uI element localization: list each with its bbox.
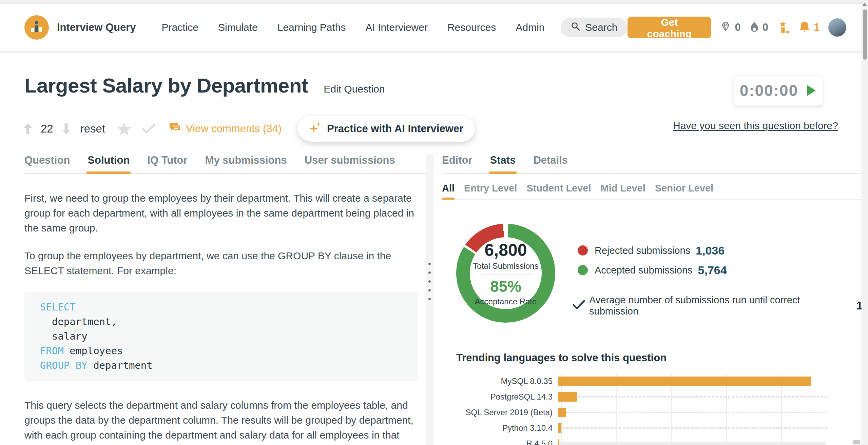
streak-count: 0 [763, 21, 768, 34]
chart-row-r: R 4.5.0 [442, 436, 829, 445]
acceptance-rate-value: 85% [490, 277, 521, 296]
scrollbar-up-arrow[interactable] [863, 3, 867, 6]
legend-accepted-row: Accepted submissions 5,764 [578, 263, 727, 278]
tab-stats[interactable]: Stats [490, 154, 516, 173]
tab-user-submissions[interactable]: User submissions [305, 154, 395, 173]
chart-row-postgresql: PostgreSQL 14.3 [442, 389, 829, 405]
page-scrollbar-thumb[interactable] [863, 9, 867, 60]
notifications-button[interactable]: 1 [799, 21, 819, 34]
nav-links: Practice Simulate Learning Paths AI Inte… [162, 22, 545, 33]
get-coaching-button[interactable]: Get coaching [628, 17, 711, 38]
total-submissions-value: 6,800 [484, 240, 527, 260]
chart-row-python: Python 3.10.4 [442, 420, 829, 436]
nav-item-learning-paths[interactable]: Learning Paths [277, 22, 346, 33]
sql-code-block[interactable]: SELECT department, salary FROM employees… [24, 292, 418, 381]
tab-question[interactable]: Question [24, 154, 70, 173]
seen-before-link[interactable]: Have you seen this question before? [673, 120, 838, 132]
sql-code-line: salary [40, 329, 402, 344]
chart-label: Python 3.10.4 [442, 423, 557, 433]
bell-icon [799, 21, 810, 34]
sql-code-text: employees [64, 345, 123, 357]
tab-iq-tutor[interactable]: IQ Tutor [147, 154, 187, 173]
practice-ai-label: Practice with AI Interviewer [327, 123, 463, 135]
gem-count: 0 [735, 21, 740, 34]
sql-code-line: department, [40, 315, 402, 329]
chart-row-mysql: MySQL 8.0.35 [442, 373, 829, 389]
donut-divider [480, 274, 531, 275]
navbar: Interview Query Practice Simulate Learni… [0, 4, 868, 51]
trend-bar[interactable] [558, 377, 811, 386]
practice-ai-interviewer-button[interactable]: Practice with AI Interviewer [298, 116, 475, 142]
total-submissions-label: Total Submissions [473, 261, 538, 271]
bookmark-star-button[interactable] [117, 122, 132, 136]
filter-mid-level[interactable]: Mid Level [601, 183, 645, 199]
page: Interview Query Practice Simulate Learni… [0, 0, 868, 445]
sql-keyword: SELECT [40, 301, 76, 313]
chart-label: SQL Server 2019 (Beta) [442, 408, 557, 417]
tab-editor[interactable]: Editor [442, 154, 472, 173]
question-toolbar: 22 reset View comments (34) [23, 115, 475, 142]
row-guide-dashed [558, 396, 827, 398]
interview-query-logo[interactable] [24, 15, 49, 40]
upvote-button[interactable] [23, 123, 33, 135]
filter-entry-level[interactable]: Entry Level [464, 183, 517, 199]
view-comments-label: View comments (34) [186, 123, 282, 135]
gems-indicator[interactable]: 0 [720, 21, 740, 34]
average-submissions-note: Average number of submissions run until … [573, 295, 863, 317]
edit-question-link[interactable]: Edit Question [324, 83, 385, 95]
drag-dot [428, 289, 431, 291]
filter-all[interactable]: All [442, 183, 455, 199]
rejected-label: Rejected submissions [595, 245, 690, 256]
downvote-button[interactable] [61, 123, 71, 135]
chart-label: PostgreSQL 14.3 [442, 392, 557, 402]
drag-dot [428, 271, 431, 274]
scrollbar-corner [853, 440, 860, 444]
trend-bar[interactable] [558, 439, 559, 445]
trend-bar[interactable] [558, 392, 577, 402]
drag-dot [428, 298, 431, 300]
solution-content: First, we need to group the employees by… [24, 174, 421, 445]
search-button[interactable]: Search [561, 18, 628, 37]
row-baseline [558, 442, 826, 445]
timer-play-button[interactable] [806, 84, 816, 97]
timer-card: 0:00:00 [733, 75, 823, 106]
row-guide-dashed [558, 412, 827, 413]
trending-languages-chart: MySQL 8.0.35 PostgreSQL 14.3 SQL Server … [442, 373, 829, 445]
timer-value: 0:00:00 [740, 81, 798, 100]
mark-done-check-button[interactable] [142, 124, 155, 134]
nav-item-ai-interviewer[interactable]: AI Interviewer [366, 22, 428, 33]
filter-senior-level[interactable]: Senior Level [655, 183, 713, 199]
accepted-dot-icon [578, 265, 588, 275]
podium-star-icon [777, 20, 790, 35]
sql-keyword: FROM [40, 345, 64, 357]
view-comments-link[interactable]: View comments (34) [169, 122, 282, 136]
panel-resize-handle[interactable] [426, 154, 433, 445]
tab-solution[interactable]: Solution [88, 154, 130, 173]
user-avatar[interactable] [828, 18, 846, 37]
gem-icon [720, 22, 731, 33]
accepted-value: 5,764 [698, 264, 727, 277]
donut-ring: 6,800 Total Submissions 85% Acceptance R… [456, 224, 555, 323]
nav-item-practice[interactable]: Practice [162, 22, 198, 33]
brand-name[interactable]: Interview Query [57, 21, 136, 34]
check-icon [573, 300, 585, 311]
reset-link[interactable]: reset [80, 122, 105, 135]
chart-label: R 4.5.0 [442, 439, 557, 445]
leaderboard-button[interactable] [777, 20, 790, 35]
streak-indicator[interactable]: 0 [750, 21, 768, 34]
nav-item-admin[interactable]: Admin [516, 22, 544, 33]
tab-details[interactable]: Details [533, 154, 568, 173]
solution-paragraph-2: To group the employees by department, we… [24, 248, 421, 278]
sql-code-text: department [88, 360, 153, 371]
nav-item-resources[interactable]: Resources [447, 22, 496, 33]
trend-bar[interactable] [558, 423, 561, 433]
filter-student-level[interactable]: Student Level [526, 183, 591, 199]
tab-my-submissions[interactable]: My submissions [205, 154, 287, 173]
sparkles-icon [309, 121, 322, 136]
trend-bar[interactable] [558, 408, 566, 417]
rejected-value: 1,036 [696, 244, 725, 257]
page-scrollbar-track[interactable] [862, 0, 868, 445]
header: Largest Salary by Department Edit Questi… [24, 74, 385, 97]
nav-item-simulate[interactable]: Simulate [218, 22, 258, 33]
sql-keyword: GROUP BY [40, 360, 88, 371]
